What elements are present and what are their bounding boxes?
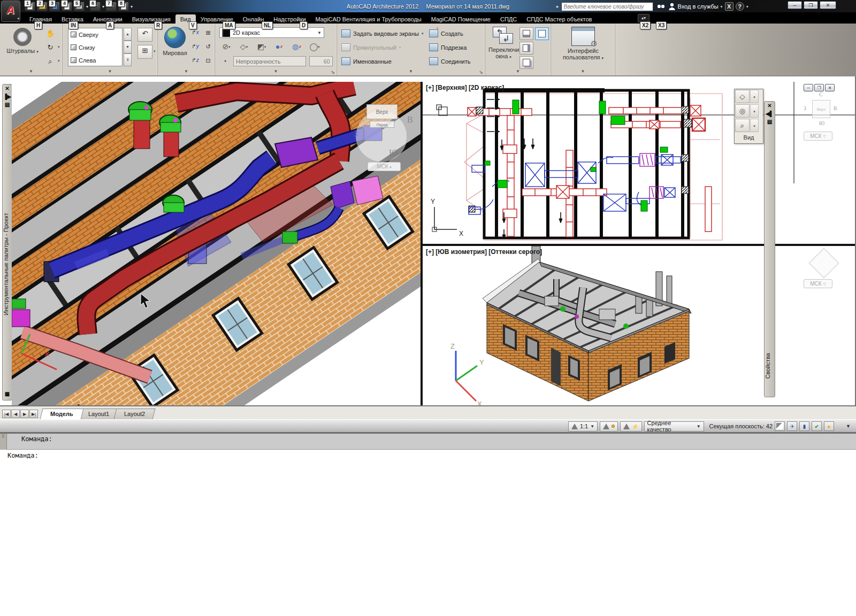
infocenter-expand-icon[interactable]: ▸ [556, 4, 559, 9]
help-icon[interactable]: ? [736, 2, 744, 11]
tab-layout1[interactable]: Layout1 [78, 409, 119, 419]
prev-tab-button[interactable]: ◀ [11, 410, 20, 418]
restore-viewport-button[interactable] [535, 27, 549, 40]
palette-properties-icon[interactable]: ▤ [3, 101, 12, 109]
edge-color-button[interactable]: ◩▾ [255, 41, 269, 53]
panel-wheels-expander[interactable]: ▼ [0, 68, 62, 75]
join-viewport-button[interactable]: Соединить [429, 57, 471, 65]
redo-button[interactable]: ↷7 [106, 2, 117, 11]
zoom-dropdown-icon[interactable]: ▾ [750, 119, 759, 132]
tab-spds[interactable]: СПДС [495, 14, 522, 24]
cutplane-toggle[interactable]: ✈ [787, 421, 797, 431]
annotation-autoscale-button[interactable]: ⚡ [620, 421, 641, 432]
palette-autohide-icon[interactable]: ▐▶ [3, 93, 12, 101]
iso-ucs-dropdown[interactable]: МСК ▽ [804, 279, 832, 288]
views-list-scrollbar[interactable]: ▲▼⊻ [124, 28, 132, 66]
view-item-left[interactable]: Слева [68, 54, 122, 67]
doc-minimize-button[interactable]: ─ [804, 84, 813, 91]
annotation-visibility-button[interactable] [600, 421, 618, 432]
orbit-button[interactable]: ↻ [44, 42, 57, 53]
pan-button[interactable]: ✋ [44, 28, 57, 40]
main-viewcube[interactable]: Верх Перед З Ю В МСК ▾ [350, 103, 420, 178]
undo-button[interactable]: ↶6 [90, 2, 101, 11]
main-ucs-dropdown[interactable]: МСК ▾ [368, 162, 401, 171]
ucs-world-button[interactable]: Мировая [160, 27, 190, 56]
panel-viewports-expander[interactable]: ▼ [337, 68, 485, 75]
opacity-field[interactable] [233, 56, 306, 66]
zoom-extents-button[interactable]: ⌕ [735, 119, 750, 132]
plot-dropdown-icon[interactable]: ▾ [86, 4, 88, 9]
tile-horizontal-button[interactable] [519, 27, 533, 40]
named-viewports-button[interactable]: Именованные [341, 57, 392, 65]
named-view-button[interactable]: ◎ [735, 104, 750, 118]
exchange-apps-icon[interactable]: X [725, 2, 733, 11]
rectangular-viewport-button[interactable]: Прямоугольный▾ [341, 43, 401, 51]
ucs-y-button[interactable]: ↱y [189, 41, 202, 52]
panel-views-expander[interactable]: ▼ [63, 68, 157, 75]
command-input-line[interactable]: Команда: [0, 450, 856, 461]
view-back-button[interactable]: ↶ [137, 28, 152, 42]
properties-close-icon[interactable]: ✕ [765, 102, 775, 110]
panel-visual-expander[interactable]: ▼ [215, 68, 337, 75]
create-viewport-button[interactable]: Создать [429, 29, 463, 37]
view-style-dropdown-icon[interactable]: ▾ [750, 90, 759, 103]
qat-customize-icon[interactable]: ▾ [131, 4, 133, 9]
doc-restore-button[interactable]: ❐ [814, 84, 824, 91]
zoom-dropdown-icon[interactable]: ▾ [58, 59, 60, 63]
palette-close-icon[interactable]: ✕ [3, 84, 12, 93]
plot-button[interactable]: 5 [74, 2, 85, 11]
application-menu-button[interactable]: A ▾ [1, 1, 20, 22]
view-style-button[interactable]: ◇ [735, 90, 750, 103]
view-manager-dropdown-icon[interactable]: ▾ [154, 49, 156, 53]
orbit-dropdown-icon[interactable]: ▾ [58, 45, 60, 49]
top-ucs-dropdown[interactable]: МСК ▽ [804, 132, 832, 141]
search-input[interactable] [561, 2, 653, 11]
minimize-button[interactable]: ─ [788, 1, 802, 9]
panel-viewports-launcher-icon[interactable]: ⇘ [479, 70, 483, 75]
viewcube-top-face[interactable]: Верх [366, 104, 398, 119]
ucs-object-button[interactable]: ⊡ [202, 55, 215, 66]
save-button[interactable]: 3 [49, 2, 60, 11]
undo-dropdown-icon[interactable]: ▾ [102, 4, 104, 9]
isolines-button[interactable]: ⊘▾ [219, 41, 233, 53]
compass-east[interactable]: В [407, 115, 413, 125]
tab-layout2[interactable]: Layout2 [113, 409, 155, 419]
panel-visual-launcher-icon[interactable]: ⇘ [331, 70, 335, 75]
help-dropdown-icon[interactable]: ▾ [746, 4, 748, 9]
annotation-scale-button[interactable]: 1:1▼ [568, 421, 598, 432]
properties-palette-bar[interactable]: ✕ ◀▌ ▤ Свойства [764, 101, 775, 397]
viewport-iso-label[interactable]: [+] [ЮВ изометрия] [Оттенки серого] [426, 248, 542, 256]
compass-south[interactable]: Ю [389, 148, 398, 158]
materials-button[interactable]: ◯▾ [308, 41, 322, 53]
restore-button[interactable]: ❐ [804, 1, 818, 9]
layout-export-button[interactable]: ✔ [812, 421, 822, 431]
panel-coords-expander[interactable]: ▼ [158, 68, 215, 75]
compass-west[interactable]: З [354, 129, 358, 138]
top-viewcube[interactable]: Верх [812, 100, 830, 118]
tab-spds-master[interactable]: СПДС Мастер объектов [522, 14, 597, 24]
viewcube-front-face[interactable]: Перед [370, 121, 394, 128]
next-tab-button[interactable]: ▶ [20, 410, 29, 418]
qnew-button[interactable]: 1 [25, 2, 35, 11]
lamp-brightness-button[interactable]: ● [824, 421, 834, 431]
signin-dropdown-icon[interactable]: ▾ [721, 4, 723, 9]
view-item-bottom[interactable]: Снизу [68, 41, 122, 54]
panel-windows-expander[interactable]: ▼ [485, 68, 551, 75]
view-item-top[interactable]: Сверху [68, 28, 122, 41]
open-button[interactable]: 2 [37, 2, 48, 11]
ucs-named-button[interactable]: ⊞ [202, 27, 215, 38]
view-manager-button[interactable]: ⊞ [137, 45, 152, 59]
last-tab-button[interactable]: ▶| [29, 410, 38, 418]
highlights-button[interactable]: ◍✗ [290, 41, 304, 53]
xray-button[interactable]: ◇▾ [237, 41, 251, 53]
switch-windows-button[interactable]: ↰↲ Переключитьокна ▾ [488, 27, 518, 60]
surface-hatch-toggle[interactable] [775, 421, 785, 431]
shadows-button[interactable]: ●✗ [272, 41, 286, 53]
signin-button[interactable]: Вход в службы [678, 3, 719, 10]
tile-vertical-button[interactable] [519, 42, 533, 55]
opacity-toggle-button[interactable]: ◔ [218, 56, 231, 67]
cascade-windows-button[interactable] [519, 56, 533, 69]
viewport-top-plan[interactable]: [+] [Верхняя] [2D каркас] Y X [423, 82, 855, 244]
tool-palettes-bar[interactable]: ✕ ▐▶ ▤ Инструментальные палитры - Проект… [2, 84, 12, 401]
workspace-button[interactable]: 8 [118, 2, 129, 11]
